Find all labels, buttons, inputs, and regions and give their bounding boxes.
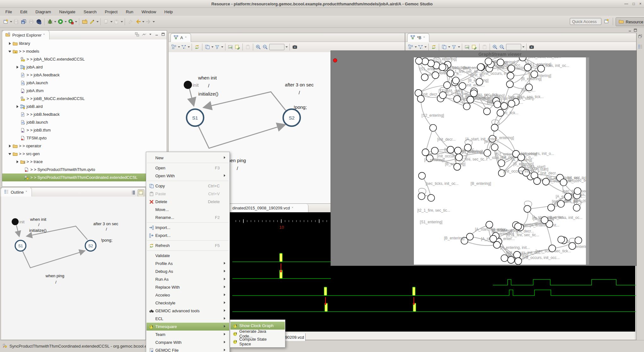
back-icon[interactable] [134, 18, 142, 26]
zoom-out-icon[interactable] [262, 44, 269, 50]
menu-window[interactable]: Window [137, 9, 160, 15]
vcd-partial-tab[interactable]: 90209.vcd [283, 333, 306, 341]
snapshot-icon[interactable] [291, 44, 298, 50]
menu-item-import[interactable]: Import... [146, 224, 229, 232]
refresh-icon[interactable] [194, 44, 200, 50]
dropdown-arrow-icon[interactable] [54, 18, 57, 26]
collapsed-arrow-icon[interactable] [15, 105, 20, 108]
tree-item[interactable]: > > jobA_MoCC.extendedCCSL [2, 55, 167, 63]
tree-item[interactable]: ?jobB.launch [2, 118, 167, 126]
maximize-editor-icon[interactable] [634, 28, 638, 33]
router-icon[interactable] [180, 44, 187, 50]
dropdown-arrow-icon[interactable] [285, 43, 288, 51]
run-icon[interactable] [57, 18, 64, 26]
close-icon[interactable] [185, 36, 188, 40]
tree-item[interactable]: jobA.tfsm [2, 87, 167, 95]
menu-item-copy[interactable]: CopyCtrl+C [146, 182, 229, 190]
refresh-icon[interactable] [430, 44, 437, 50]
menu-item-new[interactable]: New [146, 154, 229, 162]
menu-item-gemoc-advanced-tools[interactable]: GEMOC advanced tools [146, 307, 229, 315]
zoom-in-icon[interactable] [492, 44, 498, 50]
tree-item[interactable]: library [2, 39, 167, 47]
menu-item-generate-java-code[interactable]: 2Generate Java Code... [230, 330, 285, 337]
menu-item-rename[interactable]: Rename...F2 [146, 214, 229, 221]
minimize-view-icon[interactable] [155, 32, 159, 38]
save-all-icon[interactable] [20, 18, 27, 26]
menu-item-validate[interactable]: Validate [146, 252, 229, 260]
close-icon[interactable] [26, 190, 28, 194]
layout-icon[interactable] [170, 44, 177, 50]
tree-item[interactable]: > > jobB.feedback [2, 110, 167, 118]
dropdown-arrow-icon[interactable] [96, 18, 99, 26]
export-image-icon[interactable] [464, 44, 471, 50]
close-icon[interactable] [43, 33, 46, 37]
dropdown-arrow-icon[interactable] [64, 18, 67, 26]
menu-edit[interactable]: Edit [16, 9, 31, 15]
dropdown-arrow-icon[interactable] [211, 43, 214, 51]
run-configurations-icon[interactable] [67, 18, 75, 26]
menu-item-ecl[interactable]: ECL [146, 315, 229, 323]
dropdown-arrow-icon[interactable] [522, 43, 525, 51]
vcd-tab[interactable]: dinated2015_0908_190209.vcd [221, 204, 308, 212]
dropdown-arrow-icon[interactable] [9, 18, 12, 26]
graphstream-panel[interactable]: [sec_ticks, sec_tick...[init_decr...[S1_… [414, 57, 589, 265]
export-image-icon[interactable] [227, 44, 234, 50]
tree-item[interactable]: > > models [2, 47, 167, 55]
zoom-out-icon[interactable] [498, 44, 505, 50]
dropdown-arrow-icon[interactable] [448, 43, 450, 51]
filter-icon[interactable] [214, 44, 221, 50]
menu-item-delete[interactable]: DeleteDelete [146, 198, 229, 206]
menu-item-move[interactable]: Move... [146, 206, 229, 214]
menu-item-acceleo[interactable]: Acceleo [146, 291, 229, 299]
tree-item[interactable]: > > jobB_MoCC.extendedCCSL [2, 95, 167, 103]
expanded-arrow-icon[interactable] [7, 50, 12, 53]
copy-icon[interactable] [441, 44, 448, 50]
menu-item-refresh[interactable]: RefreshF5 [146, 242, 229, 249]
tree-item[interactable]: > > operator [2, 142, 167, 150]
add-note-icon[interactable] [471, 44, 478, 50]
tree-item[interactable]: > > SyncProductTfsmwithTfsmCoordinated.e… [2, 173, 167, 181]
menu-item-open[interactable]: OpenF3 [146, 164, 229, 172]
menu-file[interactable]: File [1, 9, 16, 15]
tree-item[interactable]: > > src-gen [2, 150, 167, 158]
dropdown-arrow-icon[interactable] [152, 18, 155, 26]
zoom-level-combo[interactable] [506, 44, 521, 50]
quick-access-input[interactable] [570, 18, 601, 25]
open-perspective-icon[interactable] [604, 19, 609, 25]
add-note-icon[interactable] [234, 44, 241, 50]
collapse-all-icon[interactable] [135, 32, 140, 38]
gemoc-engines-icon[interactable] [35, 18, 43, 26]
debug-icon[interactable] [46, 18, 54, 26]
menu-item-replace-with[interactable]: Replace With [146, 283, 229, 291]
copy-icon[interactable] [204, 44, 211, 50]
dropdown-arrow-icon[interactable] [110, 18, 113, 26]
new-project-icon[interactable] [81, 18, 88, 26]
zoom-in-icon[interactable] [255, 44, 262, 50]
zoom-level-combo[interactable] [269, 44, 284, 50]
menu-item-open-with[interactable]: Open With [146, 172, 229, 180]
collapsed-arrow-icon[interactable] [15, 160, 20, 163]
dropdown-arrow-icon[interactable] [457, 43, 460, 51]
menu-run[interactable]: Run [122, 9, 137, 15]
tree-item[interactable]: jobB.aird [2, 103, 167, 110]
router-icon[interactable] [417, 44, 424, 50]
dropdown-arrow-icon[interactable] [414, 43, 417, 51]
search-marker-icon[interactable] [88, 18, 96, 26]
maximize-view-icon[interactable] [161, 32, 165, 38]
dropdown-arrow-icon[interactable] [187, 43, 190, 51]
menu-item-profile-as[interactable]: Profile As [146, 260, 229, 267]
snapshot-icon[interactable] [528, 44, 535, 50]
menu-diagram[interactable]: Diagram [31, 9, 55, 15]
menu-item-debug-as[interactable]: Debug As [146, 267, 229, 275]
collapsed-arrow-icon[interactable] [15, 66, 20, 69]
tree-item[interactable]: > > SyncProductTfsmwithTfsm.qvto [2, 166, 167, 173]
outline-fast-view-icon[interactable] [638, 44, 643, 50]
collapsed-arrow-icon[interactable] [7, 42, 12, 45]
menu-navigate[interactable]: Navigate [55, 9, 79, 15]
outline-tab[interactable]: Outline [1, 187, 32, 197]
close-icon[interactable] [423, 36, 426, 40]
restore-panel-icon[interactable] [638, 34, 642, 39]
outline-tree-mode-icon[interactable] [131, 190, 135, 196]
minimize-icon[interactable]: — [624, 2, 628, 6]
editor-tab-b[interactable]: *B [407, 33, 429, 42]
